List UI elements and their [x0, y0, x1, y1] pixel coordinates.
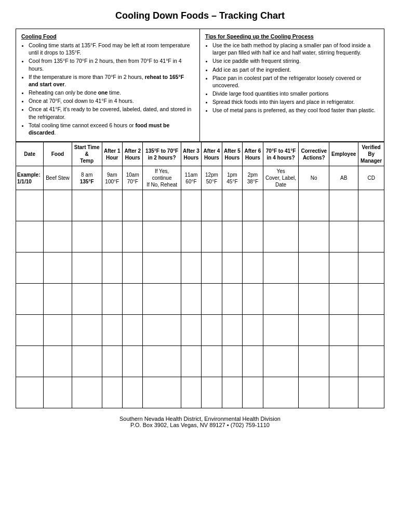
row6-after6: [243, 346, 263, 377]
row7-after2: [123, 377, 143, 408]
row6-after5: [222, 346, 242, 377]
table-row: [16, 221, 384, 252]
row3-date: [16, 252, 44, 284]
row5-food: [44, 315, 72, 346]
row6-verified: [358, 346, 384, 377]
col-after-6-hours: After 6Hours: [243, 142, 263, 166]
col-food: Food: [44, 142, 72, 166]
row3-after6: [243, 252, 263, 284]
col-after-1-hour: After 1Hour: [102, 142, 122, 166]
row7-start: [72, 377, 102, 408]
cooling-bullet-4: Reheating can only be done one time.: [29, 89, 194, 96]
table-row: [16, 377, 384, 408]
col-date: Date: [16, 142, 44, 166]
example-row: Example:1/1/10 Beef Stew 8 am135°F 9am10…: [16, 166, 384, 190]
col-start-time-temp: Start Time&Temp: [72, 142, 102, 166]
col-after-4-hours: After 4Hours: [202, 142, 222, 166]
col-135-to-70: 135°F to 70°Fin 2 hours?: [143, 142, 181, 166]
row3-start: [72, 252, 102, 284]
tip-bullet-4: Place pan in coolest part of the refrige…: [212, 74, 379, 89]
table-row: [16, 190, 384, 221]
cooling-bullet-6: Once at 41°F, it's ready to be covered, …: [29, 105, 194, 120]
row4-employee: [329, 284, 358, 315]
cooling-food-title: Cooling Food: [21, 33, 194, 39]
row6-after2: [123, 346, 143, 377]
row5-in4h: [263, 315, 299, 346]
row1-in2h: [143, 190, 181, 221]
row3-in4h: [263, 252, 299, 284]
col-employee: Employee: [329, 142, 358, 166]
cooling-food-section: Cooling Food Cooling time starts at 135°…: [16, 29, 200, 141]
row1-corrective: [299, 190, 329, 221]
row1-employee: [329, 190, 358, 221]
row4-after3: [181, 284, 201, 315]
row1-after6: [243, 190, 263, 221]
row1-after3: [181, 190, 201, 221]
row6-employee: [329, 346, 358, 377]
example-date: Example:1/1/10: [16, 166, 44, 190]
row3-after5: [222, 252, 242, 284]
cooling-bullet-7: Total cooling time cannot exceed 6 hours…: [29, 122, 194, 136]
row2-date: [16, 221, 44, 252]
table-row: [16, 284, 384, 315]
table-row: [16, 315, 384, 346]
row7-in2h: [143, 377, 181, 408]
example-in-2-hours: If Yes,continueIf No, Reheat: [143, 166, 181, 190]
row6-food: [44, 346, 72, 377]
row1-after1: [102, 190, 122, 221]
row6-after4: [202, 346, 222, 377]
col-verified: VerifiedByManager: [358, 142, 384, 166]
row5-date: [16, 315, 44, 346]
tip-bullet-1: Use the ice bath method by placing a sma…: [212, 42, 379, 56]
row4-date: [16, 284, 44, 315]
row6-after3: [181, 346, 201, 377]
row5-after4: [202, 315, 222, 346]
row7-employee: [329, 377, 358, 408]
row2-after6: [243, 221, 263, 252]
example-verified: CD: [358, 166, 384, 190]
row7-corrective: [299, 377, 329, 408]
row7-after3: [181, 377, 201, 408]
row5-in2h: [143, 315, 181, 346]
col-corrective: CorrectiveActions?: [299, 142, 329, 166]
row2-food: [44, 221, 72, 252]
col-70-to-41: 70°F to 41°Fin 4 hours?: [263, 142, 299, 166]
example-employee: AB: [329, 166, 358, 190]
example-food: Beef Stew: [44, 166, 72, 190]
row2-in4h: [263, 221, 299, 252]
row3-after1: [102, 252, 122, 284]
cooling-food-list: Cooling time starts at 135°F. Food may b…: [21, 42, 194, 136]
row1-verified: [358, 190, 384, 221]
row2-after4: [202, 221, 222, 252]
row5-after5: [222, 315, 242, 346]
row5-verified: [358, 315, 384, 346]
col-after-5-hours: After 5Hours: [222, 142, 242, 166]
row7-after6: [243, 377, 263, 408]
row2-after1: [102, 221, 122, 252]
example-after-3: 11am60°F: [181, 166, 201, 190]
row5-after2: [123, 315, 143, 346]
row4-after1: [102, 284, 122, 315]
row4-after2: [123, 284, 143, 315]
row1-after5: [222, 190, 242, 221]
row4-after4: [202, 284, 222, 315]
row3-corrective: [299, 252, 329, 284]
col-after-2-hours: After 2Hours: [123, 142, 143, 166]
row4-corrective: [299, 284, 329, 315]
tip-bullet-6: Spread thick foods into thin layers and …: [212, 98, 379, 105]
row3-after2: [123, 252, 143, 284]
row5-after6: [243, 315, 263, 346]
row3-in2h: [143, 252, 181, 284]
row7-after1: [102, 377, 122, 408]
row4-after5: [222, 284, 242, 315]
tips-title: Tips for Speeding up the Cooling Process: [205, 33, 379, 39]
row4-in2h: [143, 284, 181, 315]
row1-after4: [202, 190, 222, 221]
table-header-row: Date Food Start Time&Temp After 1Hour Af…: [16, 142, 384, 166]
row3-employee: [329, 252, 358, 284]
cooling-bullet-3: If the temperature is more than 70°F in …: [29, 73, 194, 88]
row6-after1: [102, 346, 122, 377]
row2-verified: [358, 221, 384, 252]
row3-food: [44, 252, 72, 284]
info-box: Cooling Food Cooling time starts at 135°…: [16, 29, 384, 142]
